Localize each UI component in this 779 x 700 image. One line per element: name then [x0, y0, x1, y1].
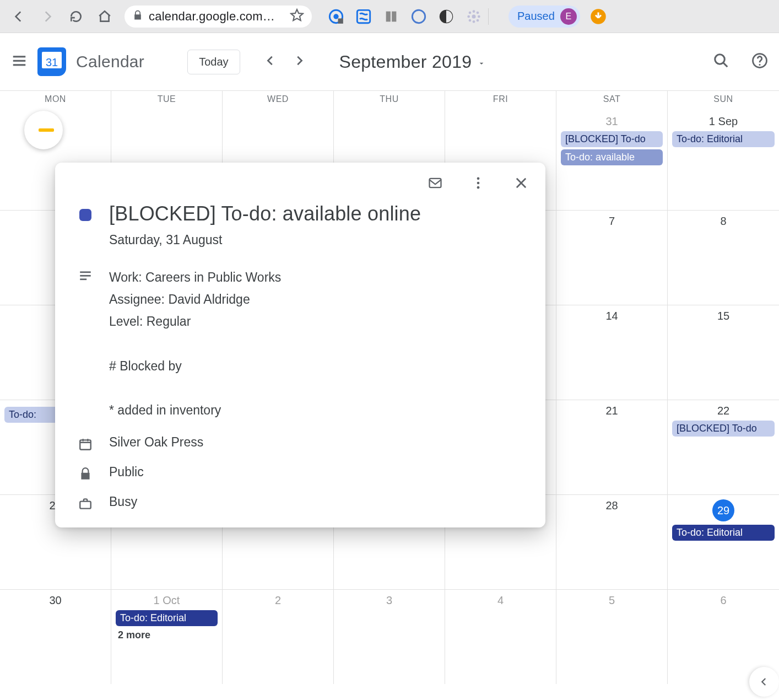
- extensions-area: [328, 9, 482, 24]
- day-cell[interactable]: 31[BLOCKED] To-doTo-do: available: [556, 111, 668, 210]
- prev-month-button[interactable]: [264, 55, 277, 69]
- next-month-button[interactable]: [293, 55, 305, 69]
- chevron-down-icon: [477, 52, 486, 72]
- lock-icon: [77, 465, 94, 481]
- side-panel-toggle[interactable]: [749, 667, 779, 697]
- date-number[interactable]: 2: [225, 594, 331, 607]
- day-cell[interactable]: 7: [556, 211, 668, 305]
- svg-point-13: [469, 11, 472, 14]
- date-number[interactable]: 8: [670, 215, 777, 228]
- event-chip[interactable]: To-do: Editorial: [672, 525, 775, 541]
- day-cell[interactable]: 1 OctTo-do: Editorial2 more: [111, 590, 223, 684]
- svg-point-14: [477, 11, 479, 14]
- more-events-label[interactable]: 2 more: [118, 629, 215, 641]
- date-number[interactable]: 7: [559, 215, 665, 228]
- day-cell[interactable]: 29To-do: Editorial: [668, 495, 779, 589]
- help-button[interactable]: [751, 52, 768, 71]
- profile-paused-chip[interactable]: Paused E: [508, 6, 580, 28]
- search-button[interactable]: [713, 52, 729, 71]
- create-event-fab[interactable]: [24, 111, 63, 149]
- update-icon[interactable]: [590, 8, 607, 25]
- date-number[interactable]: 1 Oct: [113, 594, 220, 607]
- day-cell[interactable]: 8: [668, 211, 779, 305]
- calendar-grid-area: MONTUEWEDTHUFRISATSUN 31[BLOCKED] To-doT…: [0, 91, 779, 700]
- date-number[interactable]: 6: [670, 594, 777, 607]
- address-bar[interactable]: calendar.google.com…: [125, 6, 312, 28]
- extension-icon-5[interactable]: [439, 9, 454, 24]
- svg-point-8: [472, 14, 476, 18]
- event-date: Saturday, 31 August: [109, 233, 534, 247]
- day-cell[interactable]: 28: [556, 495, 668, 589]
- event-chip[interactable]: To-do: Editorial: [116, 610, 218, 626]
- day-cell[interactable]: 21: [556, 400, 668, 494]
- forward-button[interactable]: [34, 3, 61, 30]
- day-cell[interactable]: 30: [0, 590, 111, 684]
- date-number[interactable]: 3: [336, 594, 442, 607]
- event-color-icon: [79, 209, 91, 221]
- extension-icon-1[interactable]: [328, 9, 344, 24]
- date-number[interactable]: 1 Sep: [670, 115, 777, 128]
- reload-button[interactable]: [63, 3, 89, 30]
- day-cell[interactable]: 15: [668, 305, 779, 400]
- day-cell[interactable]: 3: [334, 590, 445, 684]
- extension-icon-6[interactable]: [466, 9, 482, 24]
- svg-rect-29: [80, 275, 91, 277]
- calendar-name: Silver Oak Press: [109, 435, 203, 450]
- separator: [488, 8, 489, 25]
- event-chip[interactable]: [BLOCKED] To-do: [672, 421, 775, 437]
- browser-toolbar: calendar.google.com… Paused E: [0, 0, 779, 33]
- day-cell[interactable]: 1 SepTo-do: Editorial: [668, 111, 779, 210]
- home-button[interactable]: [91, 3, 118, 30]
- current-month-label[interactable]: September 2019: [339, 52, 486, 72]
- event-title: [BLOCKED] To-do: available online: [109, 201, 534, 227]
- date-number[interactable]: 15: [670, 310, 777, 322]
- date-number[interactable]: 4: [447, 594, 554, 607]
- event-chip[interactable]: To-do: available: [561, 149, 663, 165]
- day-cell[interactable]: 2: [223, 590, 334, 684]
- date-number[interactable]: 5: [559, 594, 665, 607]
- day-cell[interactable]: 14: [556, 305, 668, 400]
- today-button[interactable]: Today: [187, 50, 240, 74]
- close-button[interactable]: [513, 175, 529, 193]
- event-chip[interactable]: To-do: Editorial: [672, 131, 775, 147]
- date-number[interactable]: 14: [559, 310, 665, 322]
- email-guests-button[interactable]: [428, 175, 443, 193]
- paused-label: Paused: [517, 10, 555, 23]
- bookmark-star-icon[interactable]: [290, 8, 304, 25]
- svg-rect-4: [386, 11, 391, 21]
- day-cell[interactable]: 22[BLOCKED] To-do: [668, 400, 779, 494]
- weekday-mon: MON: [0, 91, 111, 111]
- svg-rect-3: [357, 10, 370, 23]
- main-menu-button[interactable]: [11, 52, 28, 71]
- day-cell[interactable]: 5: [556, 590, 668, 684]
- date-number[interactable]: 22: [670, 405, 777, 417]
- svg-rect-19: [13, 60, 26, 62]
- extension-icon-3[interactable]: [383, 9, 399, 24]
- event-chip[interactable]: [BLOCKED] To-do: [561, 131, 663, 147]
- calendar-logo: 31: [37, 47, 66, 76]
- date-number[interactable]: 31: [559, 115, 665, 128]
- weekday-sun: SUN: [668, 91, 779, 111]
- briefcase-icon: [77, 494, 94, 511]
- date-number[interactable]: 29: [712, 499, 734, 521]
- date-number[interactable]: 28: [559, 499, 665, 512]
- svg-rect-24: [430, 179, 441, 187]
- svg-point-15: [469, 19, 472, 21]
- svg-rect-32: [80, 501, 91, 508]
- weekday-thu: THU: [334, 91, 445, 111]
- date-number[interactable]: 30: [2, 594, 109, 607]
- extension-icon-2[interactable]: [356, 9, 371, 24]
- svg-point-9: [473, 10, 475, 13]
- weekday-tue: TUE: [111, 91, 223, 111]
- calendar-header: 31 Calendar Today September 2019: [0, 33, 779, 91]
- svg-point-27: [477, 186, 480, 189]
- options-button[interactable]: [470, 175, 486, 193]
- svg-point-21: [715, 55, 725, 64]
- back-button[interactable]: [6, 3, 32, 30]
- profile-avatar: E: [560, 8, 577, 25]
- app-title: Calendar: [76, 52, 144, 71]
- extension-icon-4[interactable]: [411, 9, 426, 24]
- date-number[interactable]: 21: [559, 405, 665, 417]
- day-cell[interactable]: 4: [445, 590, 556, 684]
- svg-point-12: [478, 15, 480, 18]
